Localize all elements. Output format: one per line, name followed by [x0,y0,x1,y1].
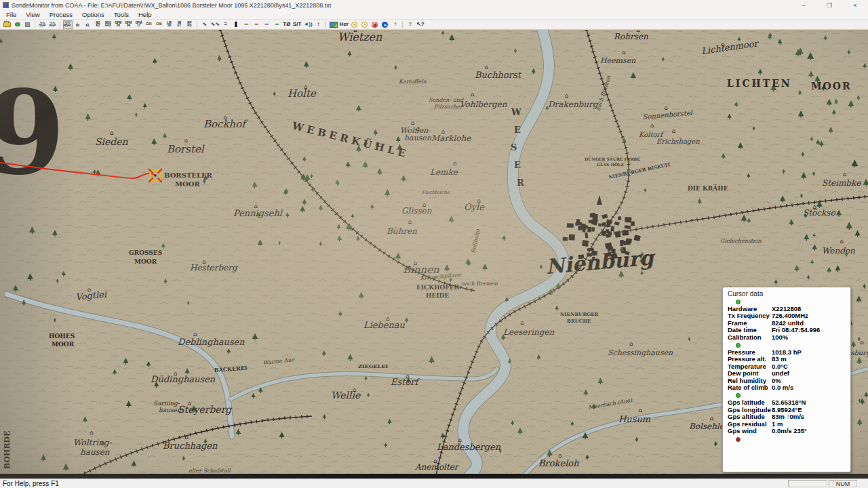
map-label: MOOR [134,258,157,265]
map-label: Pennigsehl [233,208,283,218]
sonde-dfm09-button-icon: DFM09 [125,22,132,28]
sonde-dfm09-button[interactable]: DFM09 [124,20,134,29]
open-file-button[interactable] [3,20,12,29]
sonde-kl-button-icon: ↓KL [86,22,90,28]
minimize-button[interactable]: – [791,0,816,10]
sonde-m2-button[interactable]: M2K2 [94,20,103,29]
svg-text:⌂: ⌂ [860,339,864,346]
map-label: R [517,178,524,188]
app-icon [3,2,9,8]
map-label: Bühren [387,226,417,236]
cursor-data-panel: Cursor data HardwareX2212808Tx Frequency… [722,287,851,472]
maximize-button[interactable]: ❐ [816,0,842,10]
green-led-icon [736,393,741,398]
svg-text:⌂: ⌂ [411,119,415,126]
map-label: W [511,107,521,117]
map-label: MOOR [811,81,852,92]
compass-button[interactable]: ➤ [380,20,390,29]
menu-tools[interactable]: Tools [109,10,134,19]
bars-button[interactable]: ❚ [231,20,241,29]
map-label: Buchhorst [475,70,522,80]
map-label: ZIEGELEI [358,363,388,369]
center-sonde-button[interactable]: ◉ [370,20,380,29]
map-label: GLAS HOLZ [597,162,625,167]
sonde-rs-button-icon: RPRS [187,22,191,28]
map-label: Oyle [464,202,485,212]
menu-help[interactable]: Help [134,10,157,19]
plot-pressure-button[interactable]: ≈≈ [272,20,281,29]
map-label: MOOR [175,180,200,188]
map-label: EICKHOFER [416,284,460,291]
st-button[interactable]: S/T [292,20,302,29]
sonde-m10-button[interactable]: M10FAX [104,20,113,29]
map-label: Glissen [401,206,432,216]
map-label: Bockhof [203,118,248,130]
svg-text:⌂: ⌂ [408,218,412,225]
sonde-lms6-button[interactable]: LMS6 [165,20,174,29]
cursor-data-label: Gps wind [728,428,772,434]
t0-button[interactable]: TØ [282,20,292,29]
svg-text:⌂: ⌂ [629,340,633,347]
sonde-agp-button[interactable]: ∿∿AGP [48,20,58,29]
sonde-imet-button[interactable]: IMET [175,20,184,29]
plot-both-button[interactable]: ≈≈ [262,20,271,29]
green-led-icon [736,300,741,304]
app-window: SondeMonitor from COAA - File: E:\AFU\!D… [0,0,868,488]
zoom-in-button[interactable]: + [350,20,359,29]
context-help-button[interactable]: ↖? [416,20,425,29]
sonde-c34-button[interactable]: C34 [144,20,154,29]
help-button-icon: ? [409,22,412,27]
sonde-m2-button-icon: M2K2 [96,22,100,28]
spectrum-button[interactable]: ∿∿ [210,20,220,29]
map-label: 9 [0,65,65,201]
zoom-out-button[interactable]: − [360,20,370,29]
menu-file[interactable]: File [1,10,21,19]
map-label: Giebichenstein [720,238,762,244]
map-view-button[interactable] [329,20,338,29]
sonde-sgp-button[interactable]: ∿∿SGP [38,20,47,29]
plot-waves-icon: ≈≈ [245,22,248,26]
sonde-rs-button[interactable]: RPRS [185,20,195,29]
menu-options[interactable]: Options [77,10,109,19]
map-label: Borstel [167,143,205,155]
up-arrow-button-icon: ↑ [394,22,397,27]
sonde-rs80-button[interactable]: ↓80 [73,20,83,29]
spectrum-button-icon: ∿∿ [211,22,220,27]
plot-humidity-button[interactable]: ≈≈ [252,20,261,29]
svg-text:⌂: ⌂ [840,238,844,245]
start-decode-button[interactable] [13,20,22,29]
map-label: Wietzen [338,30,382,43]
close-button[interactable]: × [842,0,868,10]
sonde-position-marker[interactable] [149,169,162,182]
green-led-icon [736,343,741,348]
svg-text:⌂: ⌂ [622,49,626,56]
map-label: hausen [404,134,432,142]
her-button[interactable]: Her [339,20,349,29]
waveform-button-icon: ∿ [202,22,207,27]
help-button[interactable]: ? [406,20,415,29]
toolbar-separator [326,21,326,28]
resize-grip[interactable] [859,479,868,488]
sonde-rs41-button[interactable]: ∿∿RS41 [63,20,73,29]
sonde-dfm17-button[interactable]: DFM17 [134,20,144,29]
title-bar[interactable]: SondeMonitor from COAA - File: E:\AFU\!D… [0,0,868,10]
cursor-data-value: 83m ↑0m/s [772,413,850,420]
stop-decode-button[interactable] [23,20,33,29]
map-label: Hesterberg [190,263,238,272]
sonde-dfm06-button[interactable]: DFM06 [114,20,123,29]
sonde-imet-button-icon: IMET [178,22,182,28]
map-label: Estorf [391,377,420,387]
sonde-c50-button[interactable]: C50 [155,20,164,29]
map-label: Leeseringen [503,327,555,337]
waveform-button[interactable]: ∿ [200,20,210,29]
audio-button[interactable]: ◄)) [302,20,313,29]
levels-button[interactable]: ≡ [221,20,231,29]
map-view[interactable]: ⌂⌂⌂⌂⌂⌂⌂⌂⌂⌂⌂⌂⌂⌂⌂⌂⌂⌂⌂⌂⌂⌂⌂⌂⌂⌂⌂⌂⌂⌂⌂⌂⌂⌂⌂⌂⌂⌂⌂⌂… [0,30,868,479]
plot-temp-button[interactable]: ≈≈ [241,20,251,29]
menu-view[interactable]: View [21,10,44,19]
updown-button[interactable]: ↕ [314,20,323,29]
sonde-kl-button[interactable]: ↓KL [83,20,93,29]
menu-process[interactable]: Process [45,10,77,19]
map-label: Bruchhagen [163,441,218,451]
up-arrow-button[interactable]: ↑ [391,20,400,29]
